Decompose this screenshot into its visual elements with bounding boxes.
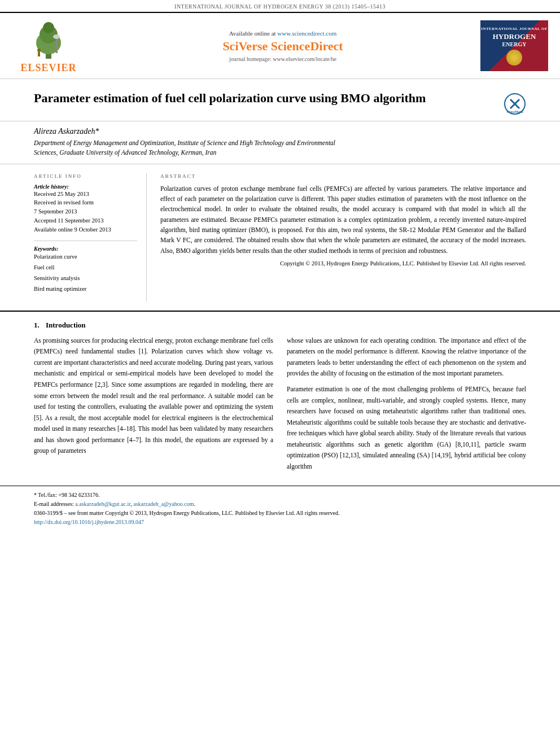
revised-date: 7 September 2013: [34, 207, 137, 216]
article-info-column: ARTICLE INFO Article history: Received 2…: [34, 173, 147, 302]
article-info-abstract-section: ARTICLE INFO Article history: Received 2…: [0, 164, 560, 312]
affiliation: Department of Energy Management and Opti…: [34, 138, 526, 158]
journal-center-header: Available online at www.sciencedirect.co…: [97, 18, 469, 74]
crossmark-icon: CrossMark: [504, 93, 526, 115]
body-two-col: As promising sources for producing elect…: [34, 335, 526, 477]
elsevier-tree-icon: [23, 18, 74, 60]
elsevier-label: ELSEVIER: [20, 62, 76, 74]
accepted: Accepted 11 September 2013: [34, 216, 137, 225]
article-title-section: Parameter estimation of fuel cell polari…: [0, 79, 560, 121]
footnote-tel: * Tel./fax: +98 342 6233176.: [34, 491, 526, 500]
intro-paragraph-1: As promising sources for producing elect…: [34, 335, 273, 457]
journal-logo-box: International Journal of HYDROGEN ENERGY: [478, 18, 551, 74]
article-history-group: Article history: Received 25 May 2013 Re…: [34, 184, 137, 234]
keyword-4: Bird mating optimizer: [34, 284, 137, 295]
keywords-group: Keywords: Polarization curve Fuel cell S…: [34, 246, 137, 295]
svg-point-7: [53, 34, 60, 39]
sciverse-url-link[interactable]: www.sciencedirect.com: [277, 30, 336, 37]
journal-title-bar: International Journal of Hydrogen Energy…: [174, 3, 386, 10]
svg-point-4: [37, 49, 41, 52]
section-title-row: 1. Introduction: [34, 321, 526, 330]
keywords-label: Keywords:: [34, 246, 137, 252]
svg-rect-5: [38, 52, 40, 56]
author-name: Alireza Askarzadeh*: [34, 127, 526, 136]
copyright-text: Copyright © 2013, Hydrogen Energy Public…: [160, 260, 526, 267]
footnote-doi: http://dx.doi.org/10.1016/j.ijhydene.201…: [34, 518, 526, 527]
keyword-1: Polarization curve: [34, 252, 137, 263]
available-text: Available online at www.sciencedirect.co…: [229, 30, 337, 37]
article-title-wrapper: Parameter estimation of fuel cell polari…: [34, 90, 526, 115]
hydrogen-circle-icon: [506, 50, 522, 65]
divider: [34, 241, 137, 241]
abstract-text: Polarization curves of proton exchange m…: [160, 184, 526, 256]
sciverse-title: SciVerse ScienceDirect: [222, 39, 343, 54]
footnote-email-label: E-mail addresses:: [34, 501, 74, 507]
svg-point-3: [43, 22, 54, 33]
revised: Received in revised form: [34, 198, 137, 207]
body-section: 1. Introduction As promising sources for…: [0, 312, 560, 486]
svg-text:CrossMark: CrossMark: [506, 110, 523, 113]
elsevier-logo: ELSEVIER: [9, 18, 88, 74]
received1: Received 25 May 2013: [34, 190, 137, 199]
article-info-header: ARTICLE INFO: [34, 173, 137, 179]
journal-logo: International Journal of HYDROGEN ENERGY: [480, 20, 548, 71]
journal-header: ELSEVIER Available online at www.science…: [0, 12, 560, 79]
article-title: Parameter estimation of fuel cell polari…: [34, 90, 498, 107]
keyword-2: Fuel cell: [34, 263, 137, 273]
section-number: 1.: [34, 321, 40, 329]
available-online: Available online 9 October 2013: [34, 225, 137, 234]
email-link-2[interactable]: askarzadeh_a@yahoo.com: [133, 501, 194, 507]
section-title: Introduction: [46, 321, 86, 329]
footnote-section: * Tel./fax: +98 342 6233176. E-mail addr…: [0, 486, 560, 531]
body-left-col: As promising sources for producing elect…: [34, 335, 273, 477]
email-link-1[interactable]: a.askarzadeh@kgut.ac.ir: [75, 501, 130, 507]
crossmark-badge: CrossMark: [504, 93, 526, 115]
journal-header-bar: International Journal of Hydrogen Energy…: [0, 0, 560, 12]
abstract-header: ABSTRACT: [160, 173, 526, 179]
article-history-label: Article history:: [34, 184, 137, 190]
keywords-list: Polarization curve Fuel cell Sensitivity…: [34, 252, 137, 295]
body-right-col: whose values are unknown for each operat…: [287, 335, 526, 477]
abstract-column: ABSTRACT Polarization curves of proton e…: [160, 173, 526, 302]
footnote-issn: 0360-3199/$ – see front matter Copyright…: [34, 509, 526, 518]
homepage-text: journal homepage: www.elsevier.com/locat…: [229, 56, 336, 62]
keyword-3: Sensitivity analysis: [34, 273, 137, 284]
intro-paragraph-2: whose values are unknown for each operat…: [287, 335, 526, 379]
author-section: Alireza Askarzadeh* Department of Energy…: [0, 121, 560, 164]
intro-paragraph-3: Parameter estimation is one of the most …: [287, 384, 526, 472]
doi-link[interactable]: http://dx.doi.org/10.1016/j.ijhydene.201…: [34, 519, 144, 525]
svg-rect-6: [56, 37, 58, 53]
footnote-email-row: E-mail addresses: a.askarzadeh@kgut.ac.i…: [34, 500, 526, 509]
